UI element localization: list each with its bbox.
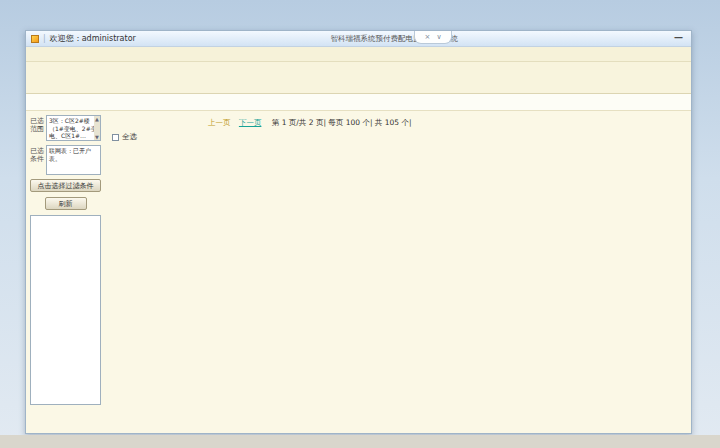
filter-sidebar: 已选范围 3区：C区2#楼（1#变电、2#变电、C区1#… ▲▼ 已选条件 联网… xyxy=(26,111,104,433)
scroll-up-icon: ▲ xyxy=(95,116,99,122)
desktop-background: | 欢迎您：administrator 智科瑞福系统预付费配电监控管理系统 × … xyxy=(0,0,720,448)
range-label: 已选范围 xyxy=(30,115,44,141)
app-icon xyxy=(31,35,39,43)
pagination: 上一页 下一页 第 1 页/共 2 页| 每页 100 个| 共 105 个| xyxy=(208,118,411,128)
select-all-checkbox[interactable] xyxy=(112,134,119,141)
panel-collapse-control[interactable]: × ∨ xyxy=(414,31,452,44)
condition-label: 已选条件 xyxy=(30,145,44,175)
close-icon[interactable]: × xyxy=(425,33,431,41)
titlebar-divider: | xyxy=(43,34,46,43)
building-tree xyxy=(30,215,101,405)
next-page-link[interactable]: 下一页 xyxy=(239,118,262,127)
prev-page-link[interactable]: 上一页 xyxy=(208,118,231,127)
scrollbar[interactable]: ▲▼ xyxy=(94,116,100,140)
condition-box[interactable]: 联网表：已开户表。 xyxy=(46,145,101,175)
select-all-label: 全选 xyxy=(122,132,137,142)
action-buttons: 全选 xyxy=(112,132,137,142)
document-tabs xyxy=(26,94,691,111)
app-window: | 欢迎您：administrator 智科瑞福系统预付费配电监控管理系统 × … xyxy=(25,30,692,434)
welcome-text: 欢迎您：administrator xyxy=(50,33,136,44)
chevron-down-icon[interactable]: ∨ xyxy=(436,33,441,41)
meter-panel: 上一页 下一页 第 1 页/共 2 页| 每页 100 个| 共 105 个| … xyxy=(104,111,691,433)
scroll-down-icon: ▼ xyxy=(95,134,99,140)
menu-bar xyxy=(26,47,691,62)
title-bar: | 欢迎您：administrator 智科瑞福系统预付费配电监控管理系统 × … xyxy=(26,31,691,47)
toolbar: 上一页 下一页 第 1 页/共 2 页| 每页 100 个| 共 105 个| … xyxy=(104,111,691,151)
ribbon xyxy=(26,62,691,94)
bottom-strip xyxy=(0,435,720,448)
page-info: 第 1 页/共 2 页| 每页 100 个| 共 105 个| xyxy=(272,118,412,127)
select-all[interactable]: 全选 xyxy=(112,132,137,142)
content-area: 已选范围 3区：C区2#楼（1#变电、2#变电、C区1#… ▲▼ 已选条件 联网… xyxy=(26,111,691,433)
meter-card-grid xyxy=(112,151,686,429)
refresh-button[interactable]: 刷新 xyxy=(45,197,87,210)
minimize-button[interactable]: — xyxy=(674,32,683,42)
choose-filter-button[interactable]: 点击选择过滤条件 xyxy=(30,179,101,192)
range-box[interactable]: 3区：C区2#楼（1#变电、2#变电、C区1#… ▲▼ xyxy=(46,115,101,141)
